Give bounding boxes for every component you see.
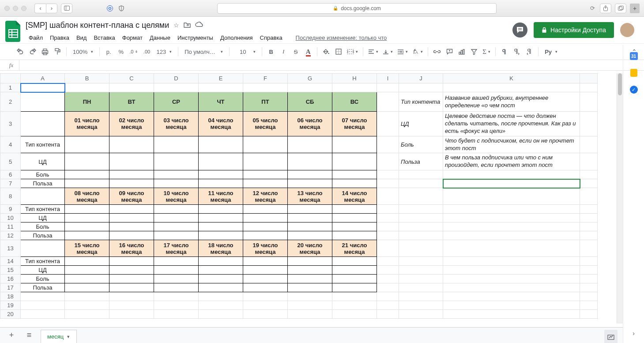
column-header[interactable]: J [399,74,443,83]
cell[interactable] [443,179,580,188]
adblock-icon[interactable]: O [106,4,114,12]
cell[interactable] [580,301,598,310]
cell[interactable] [109,179,154,188]
cell[interactable] [288,222,332,231]
row-header[interactable]: 13 [0,240,21,257]
cell[interactable] [377,83,399,92]
row-header[interactable]: 20 [0,310,21,319]
functions-button[interactable]: Σ [481,46,492,57]
cell[interactable]: 03 число месяца [154,112,199,136]
cell[interactable] [243,257,288,266]
cell[interactable] [332,292,377,301]
undo-button[interactable] [15,46,26,57]
row-header[interactable]: 2 [0,92,21,112]
cell[interactable]: 06 число месяца [288,112,332,136]
menu-file[interactable]: Файл [26,33,46,43]
cell[interactable]: 01 число месяца [65,112,109,136]
cell[interactable]: СР [154,92,199,112]
cell[interactable] [199,266,243,275]
cell[interactable] [377,222,399,231]
row-header[interactable]: 16 [0,275,21,283]
cell[interactable] [377,205,399,214]
zoom-dropdown[interactable]: 100% [70,46,96,57]
document-title[interactable]: [SMP] шаблон контент-плана с целями [26,21,169,30]
sidebar-toggle-button[interactable] [61,4,72,13]
cell[interactable]: Боль [399,136,443,153]
column-header[interactable]: D [154,74,199,83]
cell[interactable] [580,222,598,231]
cell[interactable] [154,257,199,266]
cell[interactable] [109,283,154,292]
cell[interactable] [65,266,109,275]
row-header[interactable]: 8 [0,188,21,205]
cell[interactable] [65,301,109,310]
cell[interactable] [65,231,109,240]
fill-handle[interactable] [64,91,65,92]
cell[interactable] [288,257,332,266]
cell[interactable] [243,292,288,301]
horizontal-align-button[interactable] [367,46,380,57]
cell[interactable] [243,170,288,179]
cell[interactable]: 19 число месяца [243,240,288,257]
cell[interactable] [199,222,243,231]
row-header[interactable]: 9 [0,205,21,214]
cell[interactable] [199,179,243,188]
star-icon[interactable]: ☆ [173,22,179,29]
row-header[interactable]: 10 [0,214,21,222]
cell[interactable] [377,188,399,205]
cell[interactable] [65,153,109,170]
cell[interactable] [443,222,580,231]
cell[interactable]: 20 число месяца [288,240,332,257]
cell[interactable]: Название вашей рубрики, внутреннее опред… [443,92,580,112]
cell[interactable] [377,257,399,266]
cell[interactable] [243,222,288,231]
text-rotation-button[interactable]: A [411,46,424,57]
font-family-dropdown[interactable]: По умолча... [182,46,226,57]
cell[interactable] [580,205,598,214]
cell[interactable]: Тип контента [399,92,443,112]
cell[interactable] [21,301,65,310]
cell[interactable] [580,240,598,257]
cell[interactable] [580,214,598,222]
ltr-para-button[interactable] [512,46,522,57]
cell[interactable] [377,231,399,240]
maximize-window-icon[interactable] [21,6,26,11]
borders-button[interactable] [333,46,344,57]
share-page-icon[interactable] [600,4,611,13]
cell[interactable] [154,170,199,179]
column-header[interactable]: C [109,74,154,83]
cell[interactable] [21,188,65,205]
cell[interactable]: 16 число месяца [109,240,154,257]
cell[interactable] [109,231,154,240]
number-format-dropdown[interactable]: 123 [154,46,174,57]
cell[interactable]: 04 число месяца [199,112,243,136]
row-header[interactable]: 1 [0,83,21,92]
cell[interactable] [399,214,443,222]
cell[interactable] [243,301,288,310]
cell[interactable] [580,266,598,275]
cell[interactable] [332,231,377,240]
cell[interactable] [399,240,443,257]
redo-button[interactable] [27,46,38,57]
cell[interactable] [399,222,443,231]
cell[interactable] [243,83,288,92]
cell[interactable]: 11 число месяца [199,188,243,205]
cell[interactable] [377,136,399,153]
tasks-icon[interactable]: ✓ [630,86,638,94]
cell[interactable] [443,266,580,275]
cell[interactable] [399,188,443,205]
cell[interactable]: СБ [288,92,332,112]
row-header[interactable]: 11 [0,222,21,231]
cell[interactable] [243,231,288,240]
column-header[interactable]: I [377,74,399,83]
cell[interactable] [21,112,65,136]
cell[interactable] [443,283,580,292]
cell[interactable] [332,153,377,170]
menu-insert[interactable]: Вставка [90,33,118,43]
cell[interactable] [332,179,377,188]
cell[interactable] [580,231,598,240]
cloud-status-icon[interactable] [195,22,203,29]
cell[interactable]: ЦД [21,266,65,275]
cell[interactable] [443,205,580,214]
row-header[interactable]: 15 [0,266,21,275]
